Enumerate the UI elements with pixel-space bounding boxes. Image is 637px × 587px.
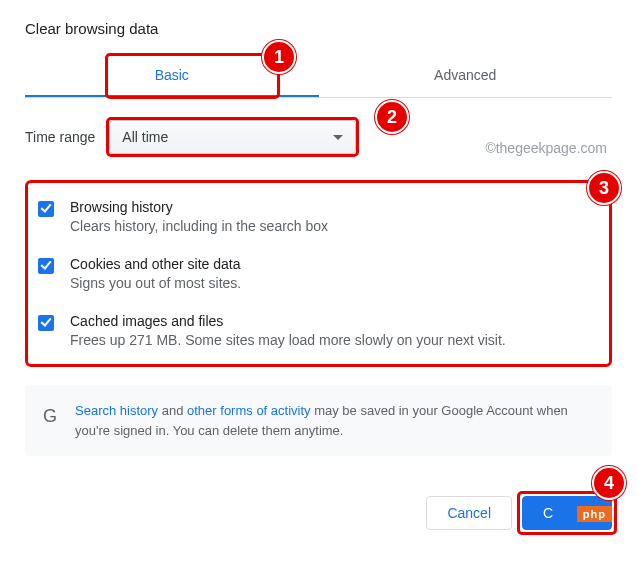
option-cookies: Cookies and other site data Signs you ou…: [34, 256, 597, 291]
tab-basic-label: Basic: [155, 67, 189, 83]
chevron-down-icon: [333, 135, 343, 140]
checkbox-cookies[interactable]: [38, 258, 54, 274]
option-title: Browsing history: [70, 199, 328, 215]
google-icon: G: [43, 403, 57, 430]
confirm-wrapper: C 4 php: [522, 496, 612, 530]
time-range-select[interactable]: All time: [109, 120, 356, 154]
tab-advanced-label: Advanced: [434, 67, 496, 83]
callout-4: 4: [592, 466, 626, 500]
checkbox-browsing-history[interactable]: [38, 201, 54, 217]
option-desc: Signs you out of most sites.: [70, 275, 241, 291]
option-browsing-history: Browsing history Clears history, includi…: [34, 199, 597, 234]
option-text: Browsing history Clears history, includi…: [70, 199, 328, 234]
callout-2: 2: [375, 100, 409, 134]
checkbox-cached[interactable]: [38, 315, 54, 331]
dialog-title: Clear browsing data: [25, 20, 612, 37]
info-mid1: and: [158, 403, 187, 418]
option-title: Cookies and other site data: [70, 256, 241, 272]
info-text: Search history and other forms of activi…: [75, 401, 594, 440]
options-container: 3 Browsing history Clears history, inclu…: [25, 180, 612, 367]
cancel-button[interactable]: Cancel: [426, 496, 512, 530]
dialog-buttons: Cancel C 4 php: [25, 496, 612, 530]
option-text: Cached images and files Frees up 271 MB.…: [70, 313, 506, 348]
option-text: Cookies and other site data Signs you ou…: [70, 256, 241, 291]
tab-basic[interactable]: Basic: [25, 55, 319, 97]
time-range-value: All time: [122, 129, 168, 145]
tabs-container: Basic Advanced 1: [25, 55, 612, 98]
other-activity-link[interactable]: other forms of activity: [187, 403, 311, 418]
tab-advanced[interactable]: Advanced: [319, 55, 613, 97]
php-watermark: php: [577, 506, 612, 522]
time-range-label: Time range: [25, 129, 95, 145]
info-box: G Search history and other forms of acti…: [25, 385, 612, 456]
option-cached: Cached images and files Frees up 271 MB.…: [34, 313, 597, 348]
watermark-text: ©thegeekpage.com: [485, 140, 607, 156]
option-title: Cached images and files: [70, 313, 506, 329]
option-desc: Frees up 271 MB. Some sites may load mor…: [70, 332, 506, 348]
option-desc: Clears history, including in the search …: [70, 218, 328, 234]
search-history-link[interactable]: Search history: [75, 403, 158, 418]
